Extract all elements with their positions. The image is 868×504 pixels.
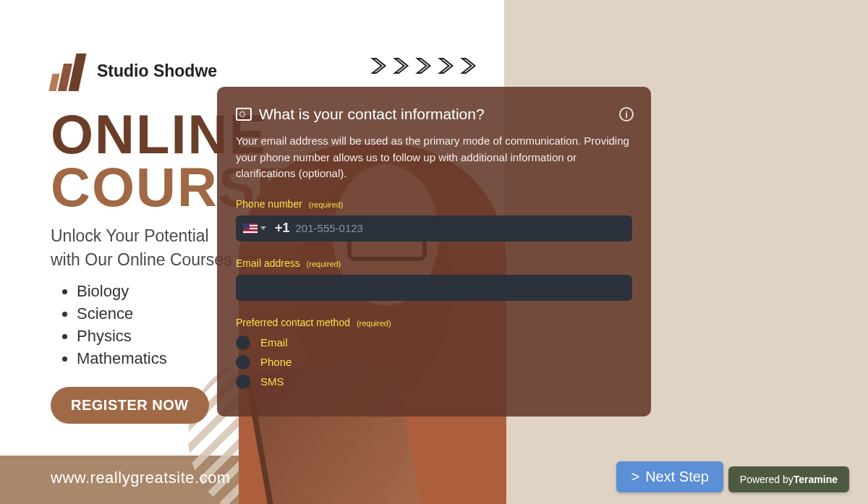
radio-option-sms[interactable]: SMS [236,375,632,389]
list-item: Physics [77,327,167,346]
list-item: Biology [77,282,167,301]
radio-option-email[interactable]: Email [236,336,632,350]
email-input[interactable] [236,275,632,301]
radio-option-phone[interactable]: Phone [236,355,632,370]
subhead-line-2: with Our Online Courses [51,248,232,272]
dial-code: +1 [275,221,290,236]
radio-icon[interactable] [236,336,250,350]
topic-list: Biology Science Physics Mathematics [61,278,167,372]
contact-method-group: Email Phone SMS [236,336,632,389]
info-icon[interactable]: i [619,107,634,121]
country-dropdown-caret-icon[interactable] [260,226,266,230]
radio-label: Email [260,336,288,349]
brand-name: Studio Shodwe [97,61,217,81]
modal-title: What is your contact information? [259,106,485,123]
list-item: Mathematics [77,349,167,368]
phone-label: Phone number (required) [236,198,632,210]
email-label: Email address (required) [236,257,632,269]
next-step-button[interactable]: > Next Step [616,461,723,492]
modal-description: Your email address will be used as the p… [236,133,632,182]
hero-subhead: Unlock Your Potential with Our Online Co… [51,224,232,273]
powered-prefix: Powered by [740,474,793,485]
next-step-label: Next Step [645,469,709,485]
brand-logo: Studio Shodwe [51,51,217,91]
list-item: Science [77,304,167,323]
logo-mark-icon [51,51,84,91]
contact-method-label: Preferred contact method (required) [236,317,632,328]
chevron-row-icon [369,54,480,77]
subhead-line-1: Unlock Your Potential [51,224,232,248]
phone-input[interactable] [296,222,625,234]
chevron-right-icon: > [631,469,639,485]
register-button[interactable]: REGISTER NOW [51,387,209,424]
powered-brand: Teramine [793,474,838,485]
us-flag-icon[interactable] [243,223,258,234]
modal-header: What is your contact information? [236,106,632,123]
radio-label: SMS [260,375,284,388]
phone-input-row[interactable]: +1 [236,215,632,242]
contact-card-icon [236,108,252,121]
powered-by-button[interactable]: Powered byTeramine [728,466,849,492]
site-url: www.reallygreatsite.com [51,469,231,487]
radio-label: Phone [260,356,292,368]
radio-icon[interactable] [236,375,250,389]
contact-modal: What is your contact information? i Your… [217,87,651,417]
radio-icon[interactable] [236,355,250,370]
